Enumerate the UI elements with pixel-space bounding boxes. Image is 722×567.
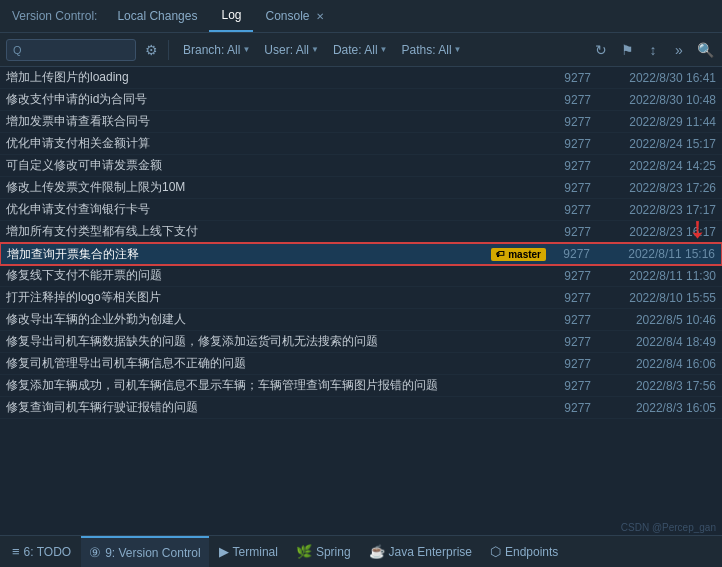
commit-message: 优化申请支付查询银行卡号 [6, 201, 553, 218]
version-control-icon: ⑨ [89, 545, 101, 560]
commit-number: 9277 [553, 115, 591, 129]
commit-message: 打开注释掉的logo等相关图片 [6, 289, 553, 306]
commit-message: 优化申请支付相关金额计算 [6, 135, 553, 152]
table-row[interactable]: 优化申请支付查询银行卡号92772022/8/23 17:17 [0, 199, 722, 221]
search-icon: Q [13, 44, 22, 56]
commit-date: 2022/8/23 17:26 [601, 181, 716, 195]
branch-arrow-icon: ▼ [242, 45, 250, 54]
commit-number: 9277 [553, 181, 591, 195]
search-box[interactable]: Q [6, 39, 136, 61]
close-console-icon[interactable]: ✕ [316, 11, 324, 22]
table-row[interactable]: 优化申请支付相关金额计算92772022/8/24 15:17 [0, 133, 722, 155]
table-row[interactable]: 增加发票申请查看联合同号92772022/8/29 11:44 [0, 111, 722, 133]
commit-number: 9277 [553, 137, 591, 151]
table-row[interactable]: 打开注释掉的logo等相关图片92772022/8/10 15:55 [0, 287, 722, 309]
table-row[interactable]: 增加上传图片的loading92772022/8/30 16:41 [0, 67, 722, 89]
commit-message: 修复司机管理导出司机车辆信息不正确的问题 [6, 355, 553, 372]
tab-log[interactable]: Log [209, 0, 253, 32]
status-item-terminal[interactable]: ▶Terminal [211, 536, 286, 567]
commit-number: 9277 [553, 225, 591, 239]
status-bar: ≡6: TODO⑨9: Version Control▶Terminal🌿Spr… [0, 535, 722, 567]
todo-icon: ≡ [12, 544, 20, 559]
version-control-label: Version Control: [4, 0, 105, 32]
spring-icon: 🌿 [296, 544, 312, 559]
table-row[interactable]: 修复线下支付不能开票的问题92772022/8/11 11:30 [0, 265, 722, 287]
commit-number: 9277 [553, 335, 591, 349]
table-row[interactable]: 增加所有支付类型都有线上线下支付92772022/8/23 16:17 [0, 221, 722, 243]
table-row[interactable]: 修改导出车辆的企业外勤为创建人92772022/8/5 10:46 [0, 309, 722, 331]
commit-date: 2022/8/24 15:17 [601, 137, 716, 151]
table-row[interactable]: 增加查询开票集合的注释master92772022/8/11 15:16 [0, 243, 722, 265]
terminal-icon: ▶ [219, 544, 229, 559]
branch-filter[interactable]: Branch: All ▼ [179, 41, 254, 59]
java-enterprise-icon: ☕ [369, 544, 385, 559]
commit-date: 2022/8/5 10:46 [601, 313, 716, 327]
paths-filter[interactable]: Paths: All ▼ [398, 41, 466, 59]
status-label: 9: Version Control [105, 546, 200, 560]
search-log-icon[interactable]: 🔍 [694, 39, 716, 61]
date-arrow-icon: ▼ [380, 45, 388, 54]
divider [168, 40, 169, 60]
commit-message: 增加上传图片的loading [6, 69, 553, 86]
status-label: Java Enterprise [389, 545, 472, 559]
commit-message: 修复线下支付不能开票的问题 [6, 267, 553, 284]
commit-message: 增加所有支付类型都有线上线下支付 [6, 223, 553, 240]
commit-date: 2022/8/4 16:06 [601, 357, 716, 371]
commit-number: 9277 [553, 291, 591, 305]
settings-icon[interactable]: ⚙ [140, 39, 162, 61]
commit-date: 2022/8/30 16:41 [601, 71, 716, 85]
status-label: 6: TODO [24, 545, 72, 559]
table-row[interactable]: 可自定义修改可申请发票金额92772022/8/24 14:25 [0, 155, 722, 177]
date-filter[interactable]: Date: All ▼ [329, 41, 392, 59]
commit-number: 9277 [553, 379, 591, 393]
more-icon[interactable]: » [668, 39, 690, 61]
tab-local-changes[interactable]: Local Changes [105, 0, 209, 32]
status-label: Endpoints [505, 545, 558, 559]
commit-date: 2022/8/10 15:55 [601, 291, 716, 305]
commit-date: 2022/8/23 16:17 [601, 225, 716, 239]
table-row[interactable]: 修复添加车辆成功，司机车辆信息不显示车辆；车辆管理查询车辆图片报错的问题9277… [0, 375, 722, 397]
commit-date: 2022/8/29 11:44 [601, 115, 716, 129]
commit-message: 修改上传发票文件限制上限为10M [6, 179, 553, 196]
status-item-spring[interactable]: 🌿Spring [288, 536, 359, 567]
paths-arrow-icon: ▼ [454, 45, 462, 54]
table-row[interactable]: 修复司机管理导出司机车辆信息不正确的问题92772022/8/4 16:06 [0, 353, 722, 375]
commit-date: 2022/8/11 15:16 [600, 247, 715, 261]
status-label: Spring [316, 545, 351, 559]
push-pull-icon[interactable]: ↕ [642, 39, 664, 61]
table-row[interactable]: 修改上传发票文件限制上限为10M92772022/8/23 17:26 [0, 177, 722, 199]
log-table: 增加上传图片的loading92772022/8/30 16:41修改支付申请的… [0, 67, 722, 535]
commit-number: 9277 [553, 93, 591, 107]
user-filter[interactable]: User: All ▼ [260, 41, 323, 59]
status-item-version-control[interactable]: ⑨9: Version Control [81, 536, 208, 567]
commit-number: 9277 [553, 159, 591, 173]
watermark: CSDN @Percep_gan [621, 522, 716, 533]
table-row[interactable]: 修复导出司机车辆数据缺失的问题，修复添加运货司机无法搜索的问题92772022/… [0, 331, 722, 353]
commit-number: 9277 [553, 313, 591, 327]
commit-message: 修改导出车辆的企业外勤为创建人 [6, 311, 553, 328]
commit-date: 2022/8/4 18:49 [601, 335, 716, 349]
toolbar: Q ⚙ Branch: All ▼ User: All ▼ Date: All … [0, 33, 722, 67]
filter-group: Branch: All ▼ User: All ▼ Date: All ▼ Pa… [179, 41, 465, 59]
commit-number: 9277 [553, 269, 591, 283]
commit-message: 修复导出司机车辆数据缺失的问题，修复添加运货司机无法搜索的问题 [6, 333, 553, 350]
tab-console[interactable]: Console ✕ [253, 0, 335, 32]
commit-number: 9277 [552, 247, 590, 261]
user-arrow-icon: ▼ [311, 45, 319, 54]
refresh-icon[interactable]: ↻ [590, 39, 612, 61]
status-item-java-enterprise[interactable]: ☕Java Enterprise [361, 536, 480, 567]
branch-badge: master [491, 248, 546, 261]
tab-bar: Version Control: Local Changes Log Conso… [0, 0, 722, 33]
table-row[interactable]: 修复查询司机车辆行驶证报错的问题92772022/8/3 16:05 [0, 397, 722, 419]
status-item-endpoints[interactable]: ⬡Endpoints [482, 536, 566, 567]
status-item-todo[interactable]: ≡6: TODO [4, 536, 79, 567]
table-row[interactable]: 修改支付申请的id为合同号92772022/8/30 10:48 [0, 89, 722, 111]
commit-date: 2022/8/23 17:17 [601, 203, 716, 217]
commit-message: 增加查询开票集合的注释 [7, 246, 491, 263]
commit-date: 2022/8/3 17:56 [601, 379, 716, 393]
search-input[interactable] [26, 43, 129, 57]
commit-message: 增加发票申请查看联合同号 [6, 113, 553, 130]
fetch-icon[interactable]: ⚑ [616, 39, 638, 61]
commit-date: 2022/8/24 14:25 [601, 159, 716, 173]
commit-message: 修复添加车辆成功，司机车辆信息不显示车辆；车辆管理查询车辆图片报错的问题 [6, 377, 553, 394]
